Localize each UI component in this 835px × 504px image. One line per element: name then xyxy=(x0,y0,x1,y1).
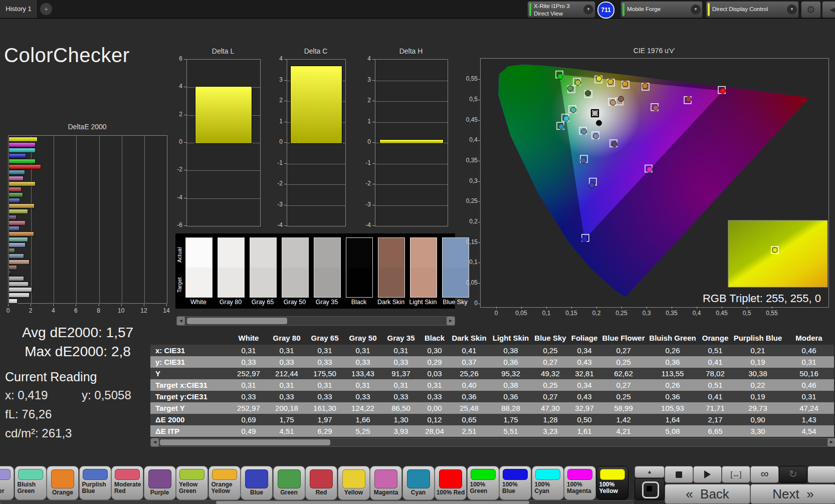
back-button[interactable]: « Back xyxy=(665,484,750,504)
patch-button-green[interactable]: Green xyxy=(273,466,305,500)
swatch-gray-65[interactable] xyxy=(250,237,277,298)
tick xyxy=(372,59,375,60)
patch-button-blue[interactable]: Blue xyxy=(241,466,273,500)
tick xyxy=(184,87,186,87)
cell: 0,33 xyxy=(268,391,306,402)
scroll-right-icon[interactable]: ► xyxy=(447,317,455,325)
scroll-right-icon[interactable]: ► xyxy=(827,438,835,446)
swatch-light-skin[interactable] xyxy=(410,237,437,298)
cell: 50,16 xyxy=(784,368,834,379)
swatch-gray-80[interactable] xyxy=(218,237,245,298)
column-header-light-skin: Light Skin xyxy=(489,331,532,345)
x-tick-label: 10 xyxy=(115,307,127,314)
patch-button-orange-yellow[interactable]: OrangeYellow xyxy=(208,466,241,500)
cie-x-tick-label: 0,25 xyxy=(612,310,631,317)
tick xyxy=(672,307,672,309)
patch-button-moderate-red[interactable]: ModerateRed xyxy=(111,466,143,500)
patch-label: PurplishBlue xyxy=(80,481,111,494)
cell: 113,55 xyxy=(647,368,699,379)
pattern-frame-icon xyxy=(642,481,659,498)
pattern-window-button[interactable] xyxy=(635,478,665,500)
table-scrollbar[interactable]: ◄ ► xyxy=(150,438,835,447)
patch-button-purple[interactable]: Purple xyxy=(144,466,176,500)
scroll-left-icon[interactable]: ◄ xyxy=(151,438,159,446)
range-button[interactable]: [↔] xyxy=(722,466,750,483)
patch-button-bluish-green[interactable]: BluishGreen xyxy=(15,466,47,500)
scrollbar-thumb[interactable] xyxy=(160,439,330,445)
bar-orange-yellow xyxy=(9,203,35,208)
scrollbar-thumb[interactable] xyxy=(216,501,529,504)
cell: 0,41 xyxy=(699,391,732,402)
cie-x-tick-label: 0,4 xyxy=(688,310,706,317)
chevrons-right-icon: » xyxy=(806,486,813,501)
cell: 161,30 xyxy=(306,402,344,414)
cie-y-tick-label: 0 xyxy=(459,300,478,307)
cell: 0,50 xyxy=(568,414,600,425)
swatch-black[interactable] xyxy=(346,237,373,298)
x-tick-label: 8 xyxy=(93,307,105,314)
cell: 0,36 xyxy=(647,391,699,402)
patch-button-yellow-green[interactable]: YellowGreen xyxy=(176,466,208,500)
cell: 49,32 xyxy=(532,368,568,379)
meter-dropdown[interactable]: X-Rite i1Pro 3 Direct View ▼ xyxy=(527,1,595,18)
patch-chip xyxy=(503,469,528,480)
cell: 124,22 xyxy=(344,402,382,414)
cell: 47,24 xyxy=(784,402,834,414)
tick xyxy=(747,307,747,309)
play-button[interactable] xyxy=(693,466,722,483)
cell: 252,97 xyxy=(230,402,268,414)
patch-button-100-red[interactable]: 100% Red xyxy=(435,466,467,500)
swatch-gray-50[interactable] xyxy=(282,237,309,298)
rgb-triplet-readout: RGB Triplet: 255, 255, 0 xyxy=(703,292,821,305)
tab-history-1[interactable]: History 1 xyxy=(0,0,38,18)
patch-button-100-green[interactable]: 100%Green xyxy=(467,466,499,500)
column-header-modera: Modera xyxy=(784,331,834,345)
tick xyxy=(99,304,99,306)
patch-button-orange[interactable]: Orange xyxy=(47,466,79,500)
delta-l-bar xyxy=(195,86,252,144)
collapse-panel-button[interactable]: ◀ xyxy=(822,1,835,18)
loop-button[interactable]: ∞ xyxy=(750,466,779,483)
patch-button-100-magenta[interactable]: 100%Magenta xyxy=(564,466,596,500)
patch-button-100-yellow[interactable]: 100%Yellow xyxy=(596,466,629,500)
tick xyxy=(284,142,287,143)
patch-label: Blue xyxy=(241,489,272,496)
sync-button[interactable]: ↻ xyxy=(779,466,807,483)
swatch-strip-scrollbar[interactable]: ◄ ► xyxy=(176,316,455,326)
patch-button-yellow[interactable]: Yellow xyxy=(338,466,370,500)
y-tick-label: -1 xyxy=(357,159,371,166)
tick xyxy=(478,161,480,161)
cell: 2,17 xyxy=(699,414,732,425)
swatch-gray-35[interactable] xyxy=(314,237,341,298)
tick xyxy=(478,120,480,121)
source-dropdown[interactable]: Mobile Forge ▼ xyxy=(620,1,703,18)
patch-button-100-cyan[interactable]: 100%Cyan xyxy=(532,466,564,500)
patch-button-100-blue[interactable]: 100%Blue xyxy=(499,466,531,500)
workflow-dropdown[interactable]: Direct Display Control ▼ xyxy=(706,1,799,18)
settings-button[interactable]: ⚙ xyxy=(801,1,821,18)
patch-button-red[interactable]: Red xyxy=(305,466,337,500)
cell: 0,31 xyxy=(268,379,306,391)
next-button[interactable]: Next » xyxy=(750,484,835,504)
cell: 47,30 xyxy=(532,402,568,414)
stats-panel: Avg dE2000: 1,57 Max dE2000: 2,8 Current… xyxy=(0,321,160,451)
meter-count-badge[interactable]: 711 xyxy=(597,2,614,19)
scroll-left-icon[interactable]: ◄ xyxy=(177,317,185,325)
cell: 0,27 xyxy=(532,356,568,368)
cie-y-tick-label: 0,3 xyxy=(459,177,478,184)
cell: 28,04 xyxy=(420,425,449,437)
patch-button-blue-flower[interactable]: BlueFlower xyxy=(0,466,14,500)
patch-button-cyan[interactable]: Cyan xyxy=(402,466,435,500)
scrollbar-thumb[interactable] xyxy=(187,318,287,324)
swatch-dark-skin[interactable] xyxy=(378,237,405,298)
add-tab-button[interactable]: + xyxy=(40,3,52,15)
patch-list-scrollbar[interactable] xyxy=(0,500,634,504)
patch-button-magenta[interactable]: Magenta xyxy=(370,466,402,500)
patch-button-purplish-blue[interactable]: PurplishBlue xyxy=(79,466,111,500)
x-tick-label: 0 xyxy=(2,307,14,314)
swatch-white[interactable] xyxy=(185,237,213,298)
bar-bluish-green xyxy=(9,237,28,242)
stop-button[interactable] xyxy=(665,466,693,483)
extra-transport-button[interactable] xyxy=(807,466,835,483)
expand-patch-list-button[interactable]: ▲ xyxy=(635,466,665,478)
